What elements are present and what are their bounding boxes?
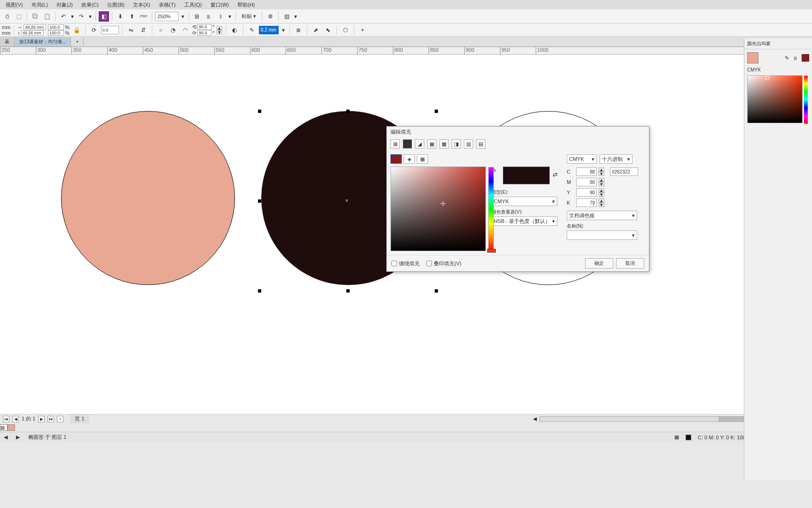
- overprint-checkbox[interactable]: 叠印填充(V): [426, 260, 461, 267]
- zoom-dd[interactable]: ▾: [180, 11, 186, 22]
- page-prev-icon[interactable]: ◀: [12, 416, 19, 422]
- name-select[interactable]: ▾: [567, 230, 637, 240]
- menu-bitmap[interactable]: 位图(B): [103, 0, 128, 9]
- fill-bitmap-icon[interactable]: ◨: [452, 139, 461, 149]
- angle1-input[interactable]: [197, 24, 211, 30]
- pie-icon[interactable]: ◔: [168, 25, 178, 35]
- outline-dd[interactable]: ▾: [281, 25, 286, 35]
- picker-tab-mixer-icon[interactable]: ◈: [404, 154, 415, 164]
- swap-icon[interactable]: ⇄: [553, 167, 558, 178]
- picker-crosshair-icon[interactable]: ✛: [440, 201, 446, 206]
- menu-text[interactable]: 文本(X): [129, 0, 154, 9]
- ok-button[interactable]: 确定: [585, 258, 613, 269]
- zoom-level[interactable]: 250%: [155, 12, 179, 21]
- fill-texture-icon[interactable]: ▥: [464, 139, 473, 149]
- lock-ratio-icon[interactable]: 🔒: [71, 25, 82, 35]
- menu-table[interactable]: 表格(T): [155, 0, 180, 9]
- fill-postscript-icon[interactable]: ▤: [476, 139, 485, 149]
- export-icon[interactable]: ⎙: [2, 11, 12, 22]
- docker-hue-slider[interactable]: [804, 76, 808, 124]
- menu-tools[interactable]: 工具(Q): [180, 0, 206, 9]
- grid-dd[interactable]: ▾: [227, 11, 233, 22]
- publish-icon[interactable]: ⬚: [14, 11, 24, 22]
- hex-input[interactable]: [610, 167, 638, 176]
- front-icon[interactable]: ⬈: [311, 25, 321, 35]
- rotation-input[interactable]: [101, 26, 119, 34]
- y-spinner[interactable]: ▴▾: [599, 188, 604, 197]
- sel-handle-w[interactable]: [258, 199, 261, 203]
- export2-icon[interactable]: ⬆: [127, 11, 137, 22]
- hue-slider[interactable]: [488, 167, 494, 252]
- c-input[interactable]: [576, 167, 597, 176]
- paste-button[interactable]: 粘贴 ▾: [239, 13, 259, 20]
- scalex-input[interactable]: [48, 24, 64, 30]
- fill-fountain-icon[interactable]: ◢: [415, 139, 424, 149]
- arc-icon[interactable]: ◠: [180, 25, 190, 35]
- docker-swatch2[interactable]: [802, 54, 809, 62]
- outline-width-input[interactable]: [259, 26, 279, 34]
- menu-effects[interactable]: 效果(C): [78, 0, 102, 9]
- menu-object[interactable]: 对象(J): [53, 0, 77, 9]
- sel-handle-sw[interactable]: [258, 289, 261, 293]
- sel-handle-ne[interactable]: [435, 110, 438, 113]
- status-prev-icon[interactable]: ◀: [4, 434, 8, 440]
- menu-help[interactable]: 帮助(H): [234, 0, 258, 9]
- wrap-fill-checkbox[interactable]: 缠绕填充: [391, 260, 420, 267]
- menu-window[interactable]: 窗口(W): [207, 0, 233, 9]
- snap-icon[interactable]: ⊞: [192, 11, 202, 22]
- tab-add[interactable]: +: [71, 38, 84, 46]
- redo-dd[interactable]: ▾: [88, 11, 93, 22]
- y-input[interactable]: [576, 188, 597, 197]
- mirror-v-icon[interactable]: ⇵: [138, 25, 148, 35]
- docker-picker-indicator[interactable]: [765, 76, 769, 79]
- docker-eyedropper-icon[interactable]: ✎: [785, 55, 789, 61]
- back-icon[interactable]: ⬉: [323, 25, 333, 35]
- options-icon[interactable]: ⚙: [265, 11, 275, 22]
- ellipse-pink[interactable]: [61, 111, 235, 285]
- undo-dd[interactable]: ▾: [70, 11, 75, 22]
- bc-none-icon[interactable]: ⊠: [0, 424, 8, 431]
- undo-icon[interactable]: ↶: [58, 11, 69, 22]
- tab-2[interactable]: 第13课素材：均匀填...: [15, 37, 71, 47]
- app-launch-icon[interactable]: ▤: [281, 11, 292, 22]
- sel-handle-se[interactable]: [435, 289, 438, 293]
- paste-icon[interactable]: 📋: [42, 11, 52, 22]
- sel-handle-n[interactable]: [346, 110, 350, 113]
- hscroll-left-icon[interactable]: ◀: [533, 416, 537, 422]
- scaley-input[interactable]: [48, 30, 64, 36]
- redo-icon[interactable]: ↷: [76, 11, 86, 22]
- page-next-icon[interactable]: ▶: [38, 416, 45, 422]
- sel-handle-s[interactable]: [346, 289, 350, 293]
- tab-1[interactable]: 幕: [0, 37, 15, 47]
- fill-pattern-icon[interactable]: ▦: [427, 139, 437, 149]
- k-spinner[interactable]: ▴▾: [599, 198, 604, 207]
- import-icon[interactable]: ⬇: [115, 11, 125, 22]
- page-first-icon[interactable]: ⏮: [3, 416, 9, 422]
- height-input[interactable]: [21, 30, 44, 36]
- status-flag-icon[interactable]: ▦: [674, 434, 679, 440]
- wrap-text-icon[interactable]: ≣: [293, 25, 304, 35]
- m-input[interactable]: [576, 178, 597, 186]
- m-spinner[interactable]: ▴▾: [599, 178, 604, 186]
- convert-icon[interactable]: ⬡: [340, 25, 351, 35]
- angle-spinner[interactable]: ▴▾: [217, 26, 222, 34]
- bc-swatch-pink[interactable]: [8, 424, 15, 431]
- viewer-select[interactable]: HSB - 基于色度（默认）▾: [492, 216, 557, 226]
- picker-tab-palette-icon[interactable]: ▦: [417, 154, 428, 164]
- ruler-horizontal[interactable]: 2503003504004505005506006507007508008509…: [0, 47, 802, 55]
- picker-tab-solid[interactable]: [390, 154, 402, 164]
- docker-color-field[interactable]: [747, 75, 803, 123]
- c-spinner[interactable]: ▴▾: [599, 167, 604, 176]
- hexmode-select[interactable]: 十六进制▾: [600, 154, 632, 164]
- rotate-icon[interactable]: ⟳: [89, 25, 99, 35]
- app-dd[interactable]: ▾: [293, 11, 298, 22]
- angle2-input[interactable]: [197, 30, 211, 36]
- cancel-button[interactable]: 取消: [616, 258, 644, 269]
- page-last-icon[interactable]: ⏭: [47, 416, 54, 422]
- colorspace-select[interactable]: CMYK▾: [567, 154, 597, 164]
- align-icon[interactable]: ⫼: [203, 11, 214, 22]
- status-fill-swatch[interactable]: [686, 435, 691, 440]
- launch-icon[interactable]: ◧: [99, 11, 109, 22]
- k-input[interactable]: [576, 198, 597, 207]
- model-select[interactable]: CMYK▾: [492, 197, 557, 206]
